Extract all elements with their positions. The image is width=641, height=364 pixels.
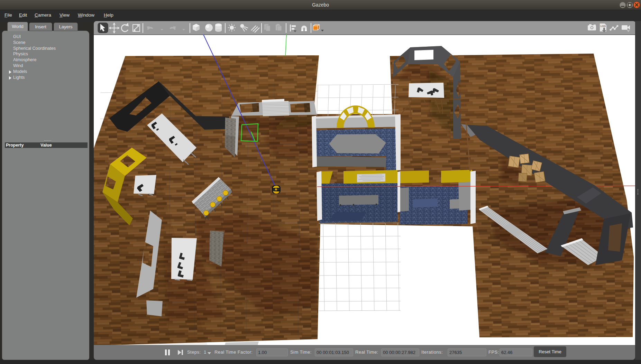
svg-text:LOG: LOG [601,25,606,27]
